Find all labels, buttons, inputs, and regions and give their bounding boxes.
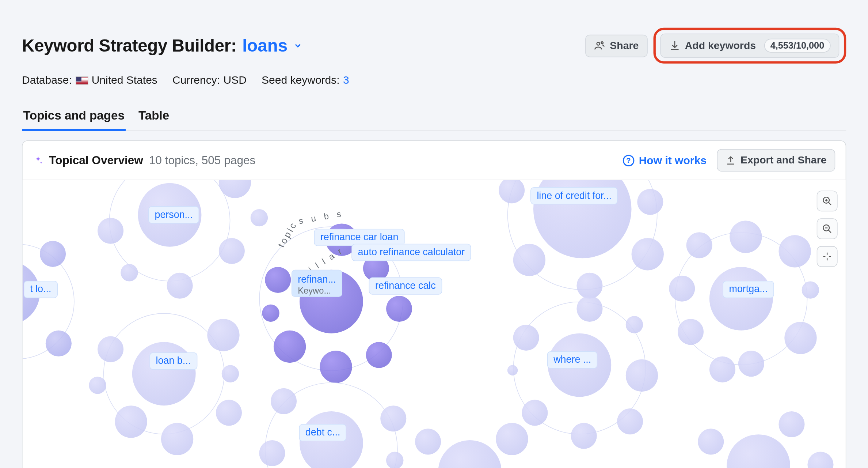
add-keywords-label: Add keywords bbox=[685, 39, 756, 52]
download-icon bbox=[669, 40, 681, 52]
topic-tag[interactable]: line of credit for... bbox=[530, 187, 618, 204]
currency-meta: Currency: USD bbox=[172, 74, 247, 87]
svg-line-7 bbox=[829, 230, 831, 233]
tab-table[interactable]: Table bbox=[137, 103, 171, 131]
add-keywords-highlight: Add keywords 4,553/10,000 bbox=[653, 28, 846, 64]
topic-tag[interactable]: person... bbox=[148, 206, 199, 223]
chevron-down-icon[interactable] bbox=[293, 41, 302, 50]
export-and-share-button[interactable]: Export and Share bbox=[717, 149, 835, 172]
topical-overview-panel: Topical Overview 10 topics, 505 pages ? … bbox=[22, 140, 846, 468]
database-meta: Database: United States bbox=[22, 74, 157, 87]
share-label: Share bbox=[610, 39, 639, 52]
svg-point-1 bbox=[601, 42, 603, 44]
title-prefix: Keyword Strategy Builder: bbox=[22, 36, 236, 56]
panel-title: Topical Overview bbox=[49, 154, 143, 167]
zoom-in-button[interactable] bbox=[817, 190, 838, 211]
keyword-count-pill: 4,553/10,000 bbox=[764, 39, 830, 53]
topic-tag[interactable]: auto refinance calculator bbox=[351, 244, 471, 261]
recenter-button[interactable] bbox=[817, 246, 838, 267]
share-button[interactable]: Share bbox=[585, 34, 647, 57]
meta-row: Database: United States Currency: USD Se… bbox=[22, 74, 846, 87]
svg-line-3 bbox=[829, 202, 831, 205]
topic-tag[interactable]: debt c... bbox=[299, 424, 346, 441]
how-it-works-link[interactable]: ? How it works bbox=[623, 154, 706, 167]
topic-tag[interactable]: t lo... bbox=[24, 281, 58, 298]
people-icon bbox=[594, 40, 605, 52]
question-icon: ? bbox=[623, 155, 634, 166]
us-flag-icon bbox=[75, 76, 88, 85]
page-title: Keyword Strategy Builder: loans bbox=[22, 36, 302, 56]
seed-meta: Seed keywords: 3 bbox=[262, 74, 349, 87]
add-keywords-button[interactable]: Add keywords 4,553/10,000 bbox=[660, 34, 840, 58]
topical-viz[interactable]: t lo... person... bbox=[23, 180, 846, 468]
topic-tag[interactable]: refinance calc bbox=[369, 277, 442, 294]
topic-tag[interactable]: loan b... bbox=[149, 352, 197, 370]
tab-topics-and-pages[interactable]: Topics and pages bbox=[22, 103, 126, 131]
svg-point-0 bbox=[597, 42, 599, 45]
curved-label-subs: s u b s bbox=[298, 208, 344, 226]
topic-tag[interactable]: where ... bbox=[547, 351, 598, 369]
sparkle-icon bbox=[33, 155, 43, 165]
seed-count-link[interactable]: 3 bbox=[343, 74, 349, 87]
topic-tag-selected[interactable]: refinan... Keywo... bbox=[292, 270, 342, 297]
tabs: Topics and pages Table bbox=[22, 103, 846, 131]
topic-tag[interactable]: mortga... bbox=[723, 281, 774, 298]
upload-icon bbox=[726, 155, 736, 165]
panel-subtitle: 10 topics, 505 pages bbox=[149, 154, 256, 167]
title-keyword-link[interactable]: loans bbox=[242, 36, 288, 56]
zoom-out-button[interactable] bbox=[817, 218, 838, 239]
